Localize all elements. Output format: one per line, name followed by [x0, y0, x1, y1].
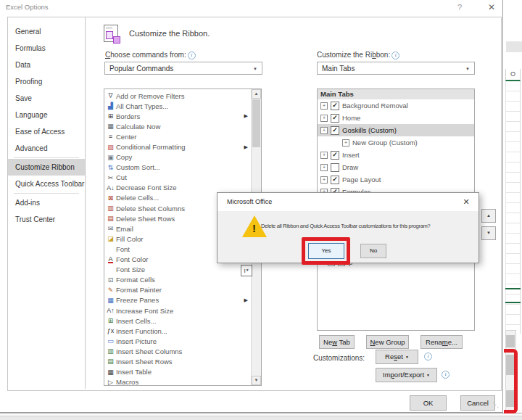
tree-item[interactable]: +✓Background Removal	[318, 99, 474, 112]
rename-button[interactable]: Rename...	[420, 335, 463, 349]
command-item[interactable]: ▦Freeze Panes▶	[105, 295, 251, 305]
command-item[interactable]: ✎Format Painter	[105, 285, 251, 295]
tree-item[interactable]: +✓Insert	[318, 149, 474, 161]
resize-grip[interactable]: ⋱	[492, 401, 499, 408]
command-item[interactable]: ƒxInsert Function...	[105, 326, 251, 336]
command-item[interactable]: Font Size	[105, 265, 251, 275]
command-icon: ▥	[105, 205, 116, 212]
dropdown-value: Main Tabs	[322, 65, 355, 73]
command-icon: ✎	[105, 287, 116, 294]
tree-item[interactable]: +✓Goskills (Custom)	[318, 124, 474, 136]
command-item[interactable]: ▟All Chart Types...	[105, 101, 251, 111]
command-item[interactable]: A↑Increase Font Size	[105, 305, 251, 316]
cancel-button[interactable]: Cancel	[460, 395, 495, 411]
command-icon: ▤	[105, 215, 116, 222]
checkbox[interactable]: ✓	[331, 151, 339, 160]
command-icon: ▥	[105, 347, 116, 355]
scrollbar-thumb[interactable]	[252, 99, 260, 147]
import-export-button[interactable]: Import/Export▼	[376, 368, 437, 382]
close-icon[interactable]: ✕	[484, 1, 499, 14]
scroll-up-icon[interactable]: ▲	[252, 89, 261, 99]
choose-commands-dropdown[interactable]: Popular Commands ▼	[104, 62, 262, 75]
sidebar-divider	[14, 193, 79, 194]
move-up-button[interactable]: ▲	[481, 209, 496, 223]
checkbox[interactable]: ✓	[331, 176, 339, 184]
command-item[interactable]: ▣Copy	[105, 152, 251, 162]
dialog-close-icon[interactable]: ✕	[460, 196, 472, 207]
command-item[interactable]: A↓Decrease Font Size	[105, 183, 251, 193]
tree-item[interactable]: +New Group (Custom)	[318, 136, 474, 149]
sidebar-item-data[interactable]: Data	[8, 57, 85, 73]
command-label: Delete Sheet Rows	[116, 215, 175, 223]
help-icon[interactable]: ?	[454, 1, 465, 13]
command-item[interactable]: ≡Center	[105, 131, 251, 141]
command-item[interactable]: ▭Insert Picture	[105, 336, 251, 346]
command-icon: A↓	[105, 184, 116, 192]
sidebar-item-language[interactable]: Language	[8, 107, 85, 123]
command-item[interactable]: ▷Macros	[105, 377, 251, 386]
command-item[interactable]: ▦Calculate Now	[105, 121, 251, 131]
expand-icon[interactable]: +	[320, 164, 328, 171]
move-down-button[interactable]: ▼	[481, 226, 496, 240]
command-item[interactable]: ⊞Borders▶	[105, 111, 251, 121]
tree-item[interactable]: +Draw	[318, 161, 474, 173]
command-icon: ▦	[105, 123, 116, 130]
scroll-down-icon[interactable]: ▼	[252, 376, 261, 385]
expand-icon[interactable]: +	[342, 139, 349, 147]
command-item[interactable]: ✂Cut	[105, 173, 251, 183]
expand-icon[interactable]: +	[320, 102, 328, 110]
icon-detail	[106, 27, 112, 29]
command-label: Insert Picture	[116, 337, 157, 345]
checkbox[interactable]	[331, 163, 339, 172]
sidebar-item-trust-center[interactable]: Trust Center	[8, 211, 85, 228]
checkbox[interactable]: ✓	[331, 102, 339, 110]
font-size-flyout-box[interactable]: I▼	[241, 265, 252, 276]
command-label: All Chart Types...	[116, 102, 168, 110]
info-icon[interactable]: i	[442, 371, 450, 379]
info-icon[interactable]: i	[392, 52, 399, 59]
command-label: Email	[116, 225, 133, 233]
ok-button[interactable]: OK	[410, 395, 447, 411]
sidebar-item-advanced[interactable]: Advanced	[8, 140, 85, 157]
options-sidebar: GeneralFormulasDataProofingSaveLanguageE…	[8, 17, 86, 389]
tree-item[interactable]: +✓Page Layout	[318, 173, 474, 186]
worksheet-scrollbar-thumb[interactable]	[506, 335, 515, 347]
command-item[interactable]: ▤Insert Sheet Rows	[105, 356, 251, 366]
sheet-tab-band	[0, 416, 522, 420]
sidebar-item-save[interactable]: Save	[8, 90, 85, 107]
command-item[interactable]: ▦Insert Table	[105, 367, 251, 377]
new-group-button[interactable]: New Group	[366, 335, 409, 349]
sidebar-item-proofing[interactable]: Proofing	[8, 73, 85, 90]
sidebar-item-customize-ribbon[interactable]: Customize Ribbon	[8, 159, 85, 176]
command-item[interactable]: ▨Conditional Formatting▶	[105, 141, 251, 152]
expand-icon[interactable]: +	[320, 115, 328, 122]
expand-icon[interactable]: +	[320, 176, 328, 184]
tree-item[interactable]: +✓Home	[318, 112, 474, 124]
checkbox[interactable]: ✓	[331, 114, 339, 123]
info-icon[interactable]: i	[188, 52, 196, 59]
reset-button[interactable]: Reset▼	[376, 350, 418, 364]
sidebar-item-ease-of-access[interactable]: Ease of Access	[8, 123, 85, 140]
command-item[interactable]: ⇅Custom Sort...	[105, 162, 251, 173]
sidebar-item-general[interactable]: General	[8, 23, 85, 40]
sidebar-item-add-ins[interactable]: Add-ins	[8, 194, 85, 211]
command-item[interactable]: ▥Insert Sheet Columns	[105, 346, 251, 356]
info-icon[interactable]: i	[424, 353, 432, 361]
tree-item-label: Background Removal	[342, 102, 408, 110]
command-label: Calculate Now	[116, 123, 160, 131]
expand-icon[interactable]: +	[320, 152, 328, 159]
command-icon: ⇅	[105, 164, 116, 171]
command-icon: ✉	[105, 225, 116, 232]
sidebar-item-quick-access-toolbar[interactable]: Quick Access Toolbar	[8, 176, 85, 192]
command-label: Add or Remove Filters	[116, 92, 185, 100]
command-item[interactable]: ∇Add or Remove Filters	[105, 91, 251, 101]
command-item[interactable]: ⊡Format Cells	[105, 275, 251, 285]
main-tabs-dropdown[interactable]: Main Tabs ▼	[317, 62, 475, 75]
new-tab-button[interactable]: New Tab	[319, 335, 355, 349]
command-label: Conditional Formatting	[116, 143, 186, 151]
checkbox[interactable]: ✓	[331, 126, 339, 135]
sidebar-item-formulas[interactable]: Formulas	[8, 40, 85, 57]
no-button[interactable]: No	[360, 244, 386, 258]
expand-icon[interactable]: +	[320, 127, 328, 134]
command-item[interactable]: ⊞Insert Cells...	[105, 316, 251, 326]
